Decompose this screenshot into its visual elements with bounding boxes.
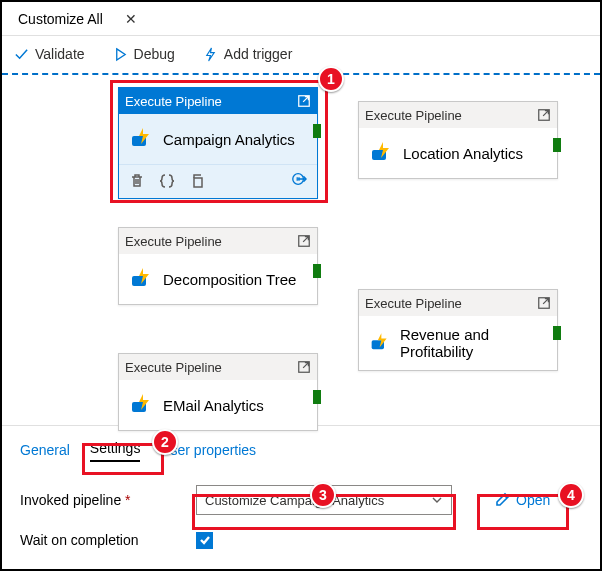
popout-icon[interactable] (537, 296, 551, 310)
pipeline-icon (129, 266, 155, 292)
output-port[interactable] (313, 124, 321, 138)
node-title: Location Analytics (403, 145, 523, 162)
popout-icon[interactable] (297, 234, 311, 248)
node-title: Campaign Analytics (163, 131, 295, 148)
open-button[interactable]: Open (484, 485, 560, 515)
pipeline-canvas[interactable]: Execute Pipeline Campaign Analytics Exec… (2, 73, 600, 425)
debug-button[interactable]: Debug (107, 42, 181, 66)
badge-3: 3 (310, 482, 336, 508)
tab-settings[interactable]: Settings (90, 440, 141, 462)
svg-rect-2 (194, 178, 202, 187)
run-icon[interactable] (291, 171, 307, 187)
node-campaign-analytics[interactable]: Execute Pipeline Campaign Analytics (118, 87, 318, 199)
node-type-label: Execute Pipeline (125, 94, 222, 109)
debug-label: Debug (134, 46, 175, 62)
output-port[interactable] (553, 138, 561, 152)
popout-icon[interactable] (297, 94, 311, 108)
pipeline-icon (369, 140, 395, 166)
wait-on-completion-label: Wait on completion (20, 532, 196, 548)
popout-icon[interactable] (537, 108, 551, 122)
check-icon (199, 534, 211, 546)
node-decomposition-tree[interactable]: Execute Pipeline Decomposition Tree (118, 227, 318, 305)
pipeline-icon (369, 330, 392, 356)
wait-on-completion-checkbox[interactable] (196, 532, 213, 549)
badge-1: 1 (318, 66, 344, 92)
output-port[interactable] (313, 390, 321, 404)
open-label: Open (516, 492, 550, 508)
pipeline-icon (129, 392, 155, 418)
trigger-label: Add trigger (224, 46, 292, 62)
chevron-down-icon (431, 494, 443, 506)
node-location-analytics[interactable]: Execute Pipeline Location Analytics (358, 101, 558, 179)
node-type-label: Execute Pipeline (125, 234, 222, 249)
braces-icon[interactable] (159, 173, 175, 189)
copy-icon[interactable] (189, 173, 205, 189)
add-trigger-button[interactable]: Add trigger (197, 42, 298, 66)
node-type-label: Execute Pipeline (125, 360, 222, 375)
node-type-label: Execute Pipeline (365, 108, 462, 123)
node-email-analytics[interactable]: Execute Pipeline EMail Analytics (118, 353, 318, 431)
pipeline-icon (129, 126, 155, 152)
output-port[interactable] (553, 326, 561, 340)
close-icon[interactable]: ✕ (113, 11, 149, 27)
popout-icon[interactable] (297, 360, 311, 374)
validate-button[interactable]: Validate (8, 42, 91, 66)
page-title: Customize All (8, 11, 113, 27)
badge-4: 4 (558, 482, 584, 508)
output-port[interactable] (313, 264, 321, 278)
node-title: EMail Analytics (163, 397, 264, 414)
tab-general[interactable]: General (20, 442, 70, 462)
trash-icon[interactable] (129, 173, 145, 189)
bolt-icon (203, 47, 218, 62)
node-title: Revenue and Profitability (400, 326, 547, 360)
play-icon (113, 47, 128, 62)
node-type-label: Execute Pipeline (365, 296, 462, 311)
node-title: Decomposition Tree (163, 271, 296, 288)
badge-2: 2 (152, 429, 178, 455)
select-value: Customize Campaign Analytics (205, 493, 384, 508)
validate-label: Validate (35, 46, 85, 62)
pencil-icon (494, 492, 510, 508)
check-icon (14, 47, 29, 62)
invoked-pipeline-label: Invoked pipeline * (20, 492, 196, 508)
node-revenue-profitability[interactable]: Execute Pipeline Revenue and Profitabili… (358, 289, 558, 371)
